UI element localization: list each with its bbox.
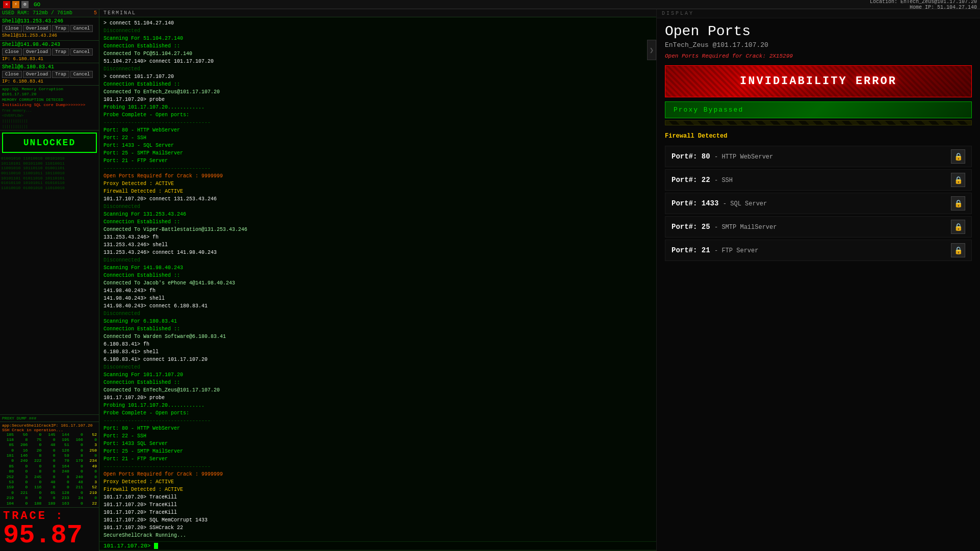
overload-btn-1[interactable]: Overload (23, 25, 51, 32)
term-line: 101.17.107.20> TraceKill (104, 501, 652, 509)
terminal-content[interactable]: > connect 51.104.27.140 Disconnected Sca… (99, 17, 656, 541)
shell-buttons-1: Close Overload Trap Cancel (2, 25, 97, 32)
term-line: Disconnected (104, 203, 652, 211)
open-ports-title: Open Ports (657, 18, 980, 41)
term-line: Disconnected (104, 27, 652, 35)
shell-ip-detail-3: IP: 6.180.83.41 (2, 79, 97, 84)
term-line: 101.17.107.20> TraceKill (104, 493, 652, 501)
close-window-btn[interactable]: ✕ (3, 1, 10, 8)
term-line: Port: 21 - FTP Server (104, 157, 652, 165)
term-line: > connect 51.104.27.140 (104, 19, 652, 27)
cancel-btn-2[interactable]: Cancel (70, 48, 93, 56)
term-line: Port: 25 - SMTP MailServer (104, 149, 652, 157)
display-header: DISPLAY (657, 9, 980, 18)
term-line: Probe Complete - Open ports: (104, 111, 652, 119)
term-line: Connected To Viper-Battlestation@131.253… (104, 226, 652, 233)
proxy-bypass-banner: Proxy Bypassed (665, 101, 972, 118)
term-line: Connection Established :: (104, 42, 652, 50)
lock-icon-80: 🔒 (951, 149, 965, 164)
overload-btn-2[interactable]: Overload (23, 48, 51, 56)
term-line: Disconnected (104, 256, 652, 264)
middle-section: TERMINAL > connect 51.104.27.140 Disconn… (99, 9, 656, 551)
flash-btn[interactable]: ⚡ (12, 1, 19, 8)
left-panel: USED RAM: 712mb / 761mb 5 Shell@131.253.… (0, 9, 99, 551)
term-line: Open Ports Required for Crack : 9999999 (104, 470, 652, 478)
port-num-1433: Port#: 1433 - SQL Server (672, 199, 767, 207)
open-ports-subtitle: EnTech_Zeus @101.17.107.20 (657, 41, 980, 52)
shell-ip-3: Shell@6.180.83.41 (2, 64, 97, 70)
cancel-btn-1[interactable]: Cancel (70, 25, 93, 32)
ssh-crack-status: SSH Crack in operation... (2, 428, 97, 432)
right-panel: DISPLAY Open Ports EnTech_Zeus @101.17.1… (656, 9, 980, 551)
unlocked-text: UNLOCKED (7, 138, 92, 148)
left-matrix: 01001010 11010010 00101010 10110101 0010… (0, 155, 99, 414)
location-text: Location: EnTech_Zeus@101.17.107.20 (870, 0, 977, 5)
term-line: Connection Established :: (104, 379, 652, 386)
port-item-21[interactable]: Port#: 21 - FTP Server 🔒 (665, 240, 972, 261)
proxy-dump: PROXY DUMP ### (0, 414, 99, 422)
term-line: Port: 22 - SSH (104, 432, 652, 440)
lock-icon-1433: 🔒 (951, 196, 965, 211)
term-line: > connect 101.17.107.20 (104, 73, 652, 81)
trace-display: TRACE : 95.87 (0, 507, 99, 551)
term-line: Port: 80 - HTTP WebServer (104, 126, 652, 134)
close-btn-3[interactable]: Close (2, 71, 22, 78)
term-line: 131.253.43.246> connect 141.98.40.243 (104, 249, 652, 256)
settings-btn[interactable]: ⚙ (21, 1, 29, 8)
term-line: 6.180.83.41> shell (104, 348, 652, 356)
shell-ip-detail-1: Shell@131.253.43.246 (2, 33, 97, 38)
home-ip-text: Home IP: 51.104.27.140 (870, 5, 977, 10)
term-line: Disconnected (104, 65, 652, 73)
trap-btn-2[interactable]: Trap (52, 48, 69, 56)
shell-ip-1: Shell@131.253.43.246 (2, 18, 97, 24)
port-type-1433: - SQL Server (723, 200, 767, 207)
shell-buttons-3: Close Overload Trap Cancel (2, 71, 97, 78)
term-line: Open Ports Required for Crack : 9999999 (104, 172, 652, 180)
trap-btn-1[interactable]: Trap (52, 25, 69, 32)
port-item-80[interactable]: Port#: 80 - HTTP WebServer 🔒 (665, 146, 972, 167)
term-line: Scanning For 141.98.40.243 (104, 264, 652, 272)
terminal-input-line[interactable]: 101.17.107.20> (99, 541, 656, 550)
ram-num: 5 (94, 10, 97, 16)
trap-btn-3[interactable]: Trap (52, 71, 69, 78)
port-item-25[interactable]: Port#: 25 - SMTP MailServer 🔒 (665, 216, 972, 238)
term-line: Disconnected (104, 310, 652, 318)
term-line: Connection Established :: (104, 325, 652, 333)
port-item-1433[interactable]: Port#: 1433 - SQL Server 🔒 (665, 193, 972, 214)
port-item-22[interactable]: Port#: 22 - SSH 🔒 (665, 169, 972, 191)
close-btn-2[interactable]: Close (2, 48, 22, 56)
term-line: Probe Complete - Open ports: (104, 409, 652, 417)
firewall-text: Firewall Detected (665, 133, 972, 140)
term-line: Disconnected (104, 363, 652, 371)
close-btn-1[interactable]: Close (2, 25, 22, 32)
port-num-80: Port#: 80 - HTTP WebServer (672, 152, 773, 161)
term-line: ----------------------------------- (104, 463, 652, 470)
term-line: Connected To Warden Software@6.180.83.41 (104, 333, 652, 340)
ssh-table: 185560145144052 11887501951660 852060485… (2, 432, 97, 506)
shell-ip-detail-2: IP: 6.180.83.41 (2, 57, 97, 62)
error-banner: INVIDIABILITY ERROR (665, 65, 972, 97)
matrix-text: 01001010 11010010 00101010 10110101 0010… (1, 156, 98, 190)
term-line: Connection Established :: (104, 272, 652, 279)
port-type-25: - SMTP MailServer (714, 224, 777, 231)
term-line: Connected To EnTech_Zeus@101.17.107.20 (104, 88, 652, 96)
term-line: Connected To PC@51.104.27.140 (104, 50, 652, 58)
proxy-bypass-text: Proxy Bypassed (674, 106, 963, 114)
overload-btn-3[interactable]: Overload (23, 71, 51, 78)
shell-session-3: Shell@6.180.83.41 Close Overload Trap Ca… (0, 63, 99, 86)
ssh-crack-label: app:SecureShellCrackIP: 101.17.107.20 (2, 423, 97, 428)
topbar: ✕ ⚡ ⚙ GO Location: EnTech_Zeus@101.17.10… (0, 0, 980, 9)
lock-icon-25: 🔒 (951, 220, 965, 234)
cancel-btn-3[interactable]: Cancel (70, 71, 93, 78)
term-line: Port: 1433 - SQL Server (104, 142, 652, 149)
firewall-detected: Firewall Detected (665, 129, 972, 142)
port-num-22: Port#: 22 - SSH (672, 176, 733, 184)
ssh-crack-section: app:SecureShellCrackIP: 101.17.107.20 SS… (0, 422, 99, 507)
term-line: Scanning For 51.104.27.140 (104, 35, 652, 42)
term-line: 101.17.107.20> probe (104, 96, 652, 103)
go-label: GO (34, 2, 40, 8)
topbar-info: Location: EnTech_Zeus@101.17.107.20 Home… (870, 0, 977, 10)
shell-ip-2: Shell@141.98.40.243 (2, 42, 97, 47)
collapse-panel-btn[interactable]: ❯ (647, 40, 656, 60)
term-line: 51.104.27.140> connect 101.17.107.20 (104, 58, 652, 65)
